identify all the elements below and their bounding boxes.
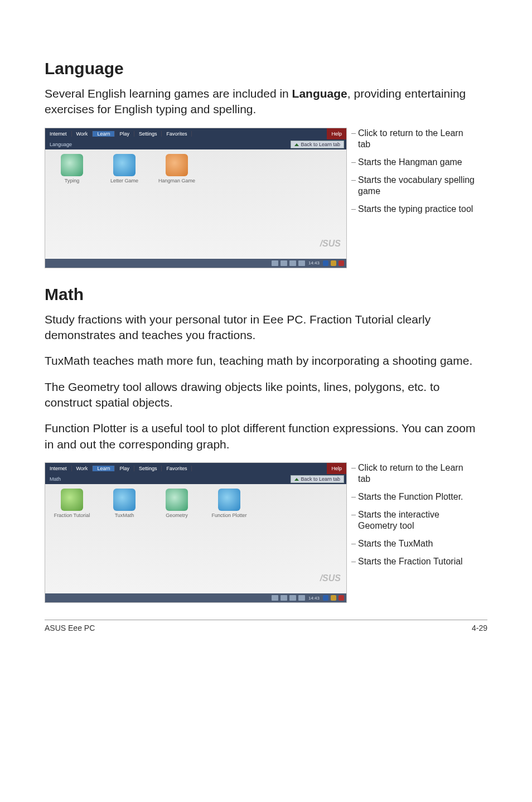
page-footer: ASUS Eee PC 4-29	[45, 620, 487, 632]
app-label: Letter Game	[110, 178, 138, 184]
footer-right: 4-29	[472, 624, 487, 632]
annotations-math: Click to return to the Learn tab Starts …	[358, 462, 475, 574]
annotation: Click to return to the Learn tab	[358, 128, 475, 150]
tray-dot[interactable]	[323, 260, 328, 266]
plotter-icon	[218, 489, 240, 511]
paragraph-language-1: Several English learning games are inclu…	[45, 86, 487, 118]
app-label: Geometry	[166, 513, 188, 519]
paragraph-math-2: TuxMath teaches math more fun, teaching …	[45, 353, 487, 369]
letter-game-icon	[113, 154, 136, 176]
tab-settings[interactable]: Settings	[134, 466, 162, 471]
screenshot-subbar: Math Back to Learn tab	[45, 474, 346, 484]
app-label: TuxMath	[115, 513, 134, 519]
hangman-icon	[166, 154, 188, 176]
up-arrow-icon	[294, 478, 299, 481]
app-typing[interactable]: Typing	[50, 154, 94, 254]
tab-work[interactable]: Work	[72, 131, 93, 137]
tray-dot[interactable]	[331, 260, 336, 266]
screenshot-body: Typing Letter Game Hangman Game /SUS	[45, 149, 346, 259]
tab-play[interactable]: Play	[115, 131, 134, 137]
screenshot-math: Internet Work Learn Play Settings Favori…	[45, 462, 347, 603]
tray-icon[interactable]	[289, 595, 296, 601]
app-label: Function Plotter	[211, 513, 246, 519]
tray-dot[interactable]	[338, 595, 344, 601]
taskbar-clock: 14:43	[307, 260, 321, 265]
tab-settings[interactable]: Settings	[134, 131, 162, 137]
annotations-language: Click to return to the Learn tab Starts …	[358, 128, 475, 221]
annotation: Starts the TuxMath	[358, 538, 475, 549]
tab-favorites[interactable]: Favorites	[162, 466, 192, 471]
footer-left: ASUS Eee PC	[45, 624, 95, 632]
geometry-icon	[166, 489, 188, 511]
tray-icon[interactable]	[298, 595, 305, 601]
tuxmath-icon	[113, 489, 136, 511]
annotation: Starts the Function Plotter.	[358, 491, 475, 503]
app-letter-game[interactable]: Letter Game	[102, 154, 147, 254]
tray-icon[interactable]	[298, 260, 305, 266]
figure-math: Internet Work Learn Play Settings Favori…	[45, 462, 487, 603]
app-label: Hangman Game	[158, 178, 195, 184]
brand-logo: /SUS	[320, 573, 341, 583]
taskbar-clock: 14:43	[307, 596, 321, 601]
screenshot-body: Fraction Tutorial TuxMath Geometry Funct…	[45, 484, 346, 593]
breadcrumb: Math	[45, 476, 288, 482]
annotation: Starts the Hangman game	[358, 157, 475, 168]
back-button[interactable]: Back to Learn tab	[291, 475, 344, 483]
annotation: Starts the typing practice tool	[358, 204, 475, 215]
tab-play[interactable]: Play	[115, 466, 134, 471]
breadcrumb: Language	[45, 142, 288, 147]
tab-internet[interactable]: Internet	[45, 466, 72, 471]
annotation: Starts the interactive Geometry tool	[358, 509, 475, 532]
annotation: Starts the vocabulary spelling game	[358, 175, 475, 197]
tab-favorites[interactable]: Favorites	[162, 131, 192, 137]
tab-learn[interactable]: Learn	[93, 131, 115, 137]
help-button[interactable]: Help	[327, 463, 346, 474]
tray-icon[interactable]	[272, 260, 278, 266]
app-fraction-tutorial[interactable]: Fraction Tutorial	[50, 489, 94, 589]
paragraph-math-4: Function Plotter is a useful tool to plo…	[45, 421, 487, 452]
back-label: Back to Learn tab	[301, 142, 340, 147]
app-label: Typing	[65, 178, 80, 184]
tray-dot[interactable]	[338, 260, 344, 266]
help-button[interactable]: Help	[327, 128, 346, 139]
taskbar: 14:43	[45, 593, 346, 602]
app-function-plotter[interactable]: Function Plotter	[207, 489, 252, 589]
app-label: Fraction Tutorial	[54, 513, 90, 519]
annotation: Click to return to the Learn tab	[358, 462, 475, 485]
paragraph-math-3: The Geometry tool allows drawing objects…	[45, 379, 487, 411]
tray-icon[interactable]	[280, 595, 287, 601]
screenshot-tabs: Internet Work Learn Play Settings Favori…	[45, 463, 346, 474]
tab-learn[interactable]: Learn	[93, 466, 115, 471]
screenshot-language: Internet Work Learn Play Settings Favori…	[45, 128, 347, 268]
figure-language: Internet Work Learn Play Settings Favori…	[45, 128, 487, 268]
tray-icon[interactable]	[272, 595, 278, 601]
tray-dot[interactable]	[323, 595, 328, 601]
paragraph-math-1: Study fractions with your personal tutor…	[45, 312, 487, 344]
tray-icon[interactable]	[280, 260, 287, 266]
taskbar: 14:43	[45, 259, 346, 268]
heading-language: Language	[45, 59, 487, 78]
annotation: Starts the Fraction Tutorial	[358, 556, 475, 567]
app-tuxmath[interactable]: TuxMath	[102, 489, 147, 589]
app-geometry[interactable]: Geometry	[154, 489, 199, 589]
typing-icon	[61, 154, 83, 176]
app-hangman[interactable]: Hangman Game	[154, 154, 199, 254]
screenshot-subbar: Language Back to Learn tab	[45, 139, 346, 149]
back-label: Back to Learn tab	[301, 476, 340, 482]
screenshot-tabs: Internet Work Learn Play Settings Favori…	[45, 128, 346, 139]
fraction-icon	[61, 489, 83, 511]
tray-dot[interactable]	[331, 595, 336, 601]
tab-internet[interactable]: Internet	[45, 131, 72, 137]
document-page: Language Several English learning games …	[0, 0, 532, 644]
heading-math: Math	[45, 285, 487, 304]
back-button[interactable]: Back to Learn tab	[291, 141, 344, 148]
up-arrow-icon	[294, 143, 299, 146]
brand-logo: /SUS	[320, 239, 341, 249]
tab-work[interactable]: Work	[72, 466, 93, 471]
tray-icon[interactable]	[289, 260, 296, 266]
